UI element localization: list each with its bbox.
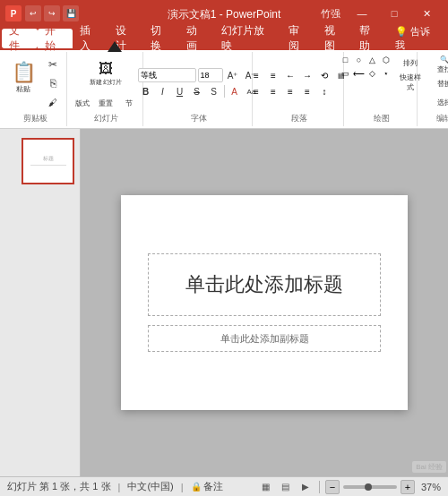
close-button[interactable]: ✕ [410,0,443,27]
drawing-group: □ ○ △ ⬡ ▭ ⟵ ◇ ⋆ 排列 快速样式 绘图 [346,52,418,126]
slides-label: 幻灯片 [94,113,118,124]
menu-view[interactable]: 视图 [317,29,353,48]
select-button[interactable]: 选择 [426,94,449,110]
numbered-button[interactable]: ≡ [265,68,281,82]
menu-file[interactable]: 文件 [2,29,38,48]
shape-triangle[interactable]: △ [366,54,379,66]
text-shadow-button[interactable]: S [206,84,222,98]
replace-label: 替换 [437,79,449,89]
menu-help[interactable]: 帮助 [352,29,388,48]
user-name: 竹强 [321,7,340,21]
zoom-out-button[interactable]: − [325,480,340,494]
section-button[interactable]: 节 [118,94,140,112]
slideshow-view-button[interactable]: ▶ [297,480,314,494]
strikethrough-button[interactable]: S [189,84,205,98]
indent-more-button[interactable]: → [299,68,315,82]
select-label: 选择 [437,98,449,107]
slide-info: 幻灯片 第 1 张，共 1 张 [7,480,111,493]
font-color-button[interactable]: A [227,84,243,98]
notes-area: 🔒 备注 [191,480,223,493]
outline-view-button[interactable]: ▤ [278,480,294,494]
clipboard-label: 剪贴板 [23,113,47,124]
undo-button[interactable]: ↩ [25,5,41,21]
clipboard-group: 📋 粘贴 ✂ ⎘ 🖌 剪贴板 [4,52,67,126]
shape-rect[interactable]: □ [340,54,352,66]
new-slide-button[interactable]: 🖼 新建 幻灯片 [84,55,127,92]
shape-rect2[interactable]: ▭ [340,67,352,80]
text-direction-button[interactable]: ⟲ [316,68,332,82]
font-label: 字体 [191,113,207,124]
save-button[interactable]: 💾 [63,5,79,21]
align-center-button[interactable]: ≡ [265,84,281,98]
menu-home[interactable]: 开始 [38,29,73,48]
redo-button[interactable]: ↪ [44,5,60,21]
subtitle-text: 单击此处添加副标题 [220,332,309,346]
app-icon: P [5,5,22,21]
slide-thumbnail[interactable]: 标题 [22,138,74,184]
new-slide-label: 新建 幻灯片 [90,78,123,87]
cut-button[interactable]: ✂ [42,56,64,73]
zoom-level: 37% [421,482,441,492]
paste-button[interactable]: 📋 粘贴 [6,54,40,100]
bullets-button[interactable]: ≡ [248,68,264,82]
notes-label: 备注 [203,480,223,493]
ribbon: 📋 粘贴 ✂ ⎘ 🖌 剪贴板 🖼 新建 幻灯片 版式 [0,50,448,129]
language-indicator: 中文(中国) [127,480,173,493]
layout-button[interactable]: 版式 [72,94,93,112]
watermark: Bai 经验 [412,461,446,473]
shape-hex[interactable]: ⬡ [380,54,392,66]
canvas-area: 单击此处添加标题 单击此处添加副标题 [81,129,448,476]
menu-slideshow[interactable]: 幻灯片放映 [214,29,281,48]
underline-button[interactable]: U [172,84,188,98]
status-left: 幻灯片 第 1 张，共 1 张 | 中文(中国) | 🔒 备注 [7,480,223,493]
menu-animations[interactable]: 动画 [179,29,215,48]
zoom-slider[interactable] [343,485,397,489]
menu-transitions[interactable]: 切换 [143,29,179,48]
menu-bar: 文件 开始 插入 设计 切换 动画 幻灯片放映 审阅 视图 帮助 💡 告诉我 [0,27,448,50]
clipboard-buttons: 📋 粘贴 ✂ ⎘ 🖌 [6,54,64,113]
quick-access-toolbar: ↩ ↪ 💾 [25,5,79,21]
slide-canvas[interactable]: 单击此处添加标题 单击此处添加副标题 [121,195,408,410]
main-area: 1 标题 单击此处添加标题 单击此处添加副标题 [0,129,448,476]
italic-button[interactable]: I [155,84,171,98]
paragraph-content: ≡ ≡ ← → ⟲ ▤ ≡ ≡ ≡ ≡ ↕ [248,54,349,113]
shape-arrow[interactable]: ⟵ [353,67,366,80]
justify-button[interactable]: ≡ [299,84,315,98]
align-left-button[interactable]: ≡ [248,84,264,98]
indent-less-button[interactable]: ← [282,68,298,82]
line-spacing-button[interactable]: ↕ [316,84,332,98]
font-group: A⁺ A⁻ B I U S S A Aa 字体 [145,52,253,126]
editing-label: 编辑 [436,113,449,124]
align-right-button[interactable]: ≡ [282,84,298,98]
paragraph-label: 段落 [291,113,307,124]
menu-tell-me[interactable]: 💡 告诉我 [388,29,446,48]
title-bar-left: P ↩ ↪ 💾 [5,5,79,21]
subtitle-placeholder[interactable]: 单击此处添加副标题 [148,325,381,352]
zoom-thumb[interactable] [365,483,372,491]
maximize-button[interactable]: □ [378,0,410,27]
menu-insert[interactable]: 插入 [73,29,108,48]
shape-diamond[interactable]: ◇ [366,67,379,80]
title-text: 单击此处添加标题 [185,271,343,298]
bold-button[interactable]: B [138,84,154,98]
font-increase-button[interactable]: A⁺ [225,68,241,82]
ribbon-content: 📋 粘贴 ✂ ⎘ 🖌 剪贴板 🖼 新建 幻灯片 版式 [0,50,448,128]
normal-view-button[interactable]: ▦ [258,480,274,494]
find-label: 查找 [437,64,449,74]
font-content: A⁺ A⁻ B I U S S A Aa [138,54,260,113]
format-painter-button[interactable]: 🖌 [42,93,64,111]
title-placeholder[interactable]: 单击此处添加标题 [148,253,381,316]
zoom-in-button[interactable]: + [401,480,415,494]
reset-button[interactable]: 重置 [95,94,116,112]
font-name-input[interactable] [138,68,196,82]
copy-button[interactable]: ⎘ [42,74,64,92]
slides-group: 🖼 新建 幻灯片 版式 重置 节 幻灯片 [69,52,143,126]
find-button[interactable]: 🔍查找 [426,56,449,73]
slide-panel: 1 标题 [0,129,81,476]
shape-star[interactable]: ⋆ [380,67,392,80]
menu-review[interactable]: 审阅 [281,29,317,48]
replace-button[interactable]: 替换 [426,75,449,91]
editing-group: 🔍查找 替换 选择 编辑 [419,52,448,126]
shape-circle[interactable]: ○ [353,54,366,66]
font-size-input[interactable] [198,68,223,82]
